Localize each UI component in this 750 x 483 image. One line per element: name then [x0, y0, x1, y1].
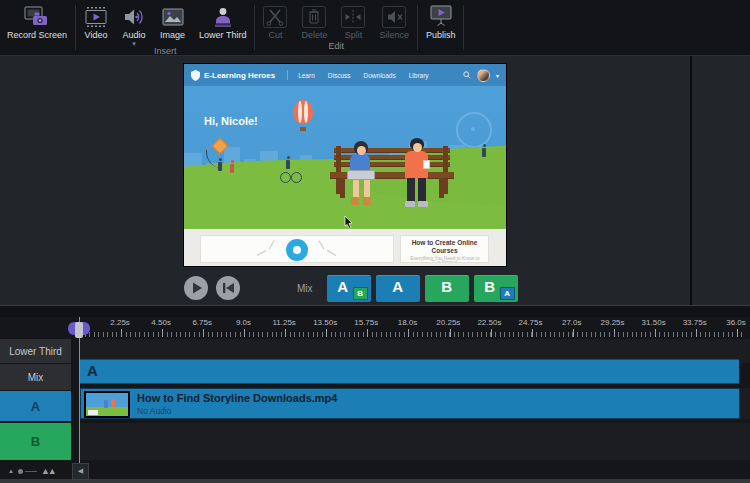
mix-button-a[interactable]: A	[376, 275, 420, 302]
ruler-tick-label: 15.75s	[354, 318, 378, 327]
track-header-a[interactable]: A	[0, 391, 71, 421]
ruler-tick-label: 20.25s	[436, 318, 460, 327]
preview-pane: E-Learning Heroes LearnDiscussDownloadsL…	[0, 56, 750, 305]
site-nav-item-learn[interactable]: Learn	[298, 72, 315, 79]
toolbar-button-label: Silence	[379, 30, 409, 40]
mix-segment-label: A	[87, 362, 98, 379]
clip-thumbnail	[84, 391, 130, 418]
timeline-top-strip	[0, 306, 750, 317]
ruler-major-tick	[367, 329, 368, 337]
lower-third-button[interactable]: Lower Third	[192, 3, 253, 40]
ruler-major-tick	[450, 329, 451, 337]
ruler-tick-label: 4.50s	[151, 318, 171, 327]
audio-button[interactable]: Audio▾	[115, 3, 153, 46]
site-cards-section: How to Create Online Courses Everything …	[184, 229, 506, 266]
mix-button-ab[interactable]: AB	[327, 275, 371, 302]
zoom-in-icon[interactable]: ▲▲	[41, 466, 55, 476]
logo-card[interactable]	[200, 235, 394, 263]
toolbar-button-label: Lower Third	[199, 30, 246, 40]
toolbar-group-label	[0, 41, 74, 55]
image-button[interactable]: Image	[153, 3, 192, 40]
site-brand: E-Learning Heroes	[204, 71, 275, 80]
mix-main-letter: B	[425, 278, 469, 295]
video-preview[interactable]: E-Learning Heroes LearnDiscussDownloadsL…	[183, 63, 507, 267]
promo-card[interactable]: How to Create Online Courses Everything …	[400, 235, 489, 263]
toolbar-button-label: Publish	[426, 30, 456, 40]
ruler-major-tick	[326, 329, 327, 337]
zoom-slider-handle[interactable]	[18, 469, 23, 474]
mix-button-ba[interactable]: BA	[474, 275, 518, 302]
play-button[interactable]	[183, 275, 209, 301]
site-nav-item-downloads[interactable]: Downloads	[364, 72, 396, 79]
restart-button[interactable]	[215, 275, 241, 301]
site-nav-item-discuss[interactable]: Discuss	[328, 72, 351, 79]
replay-app-window: Record ScreenVideoAudio▾ImageLower Third…	[0, 0, 750, 483]
track-label: Mix	[28, 372, 44, 383]
delete-icon	[302, 5, 326, 29]
chevron-down-icon[interactable]: ▾	[496, 72, 499, 79]
zoom-out-icon[interactable]: ▲	[8, 468, 14, 474]
toolbar-separator	[75, 5, 76, 50]
horizontal-scrollbar[interactable]	[0, 479, 750, 483]
scroll-left-button[interactable]: ◀	[72, 463, 89, 480]
ruler-major-tick	[408, 329, 409, 337]
ring-logo	[286, 239, 308, 261]
split-button: Split	[334, 3, 372, 40]
promo-card-title: How to Create Online Courses	[401, 236, 488, 255]
timeline-zoom-control[interactable]: ▲ ▲▲	[8, 466, 55, 476]
hero-illustration: Hi, Nicole!	[184, 86, 506, 229]
ruler-tick-label: 11.25s	[272, 318, 295, 327]
lower-third-icon	[211, 5, 235, 29]
track-label: A	[31, 399, 40, 414]
cut-button: Cut	[256, 3, 294, 40]
site-nav: E-Learning Heroes LearnDiscussDownloadsL…	[184, 64, 506, 86]
track-header-mix[interactable]: Mix	[0, 364, 71, 390]
site-nav-item-library[interactable]: Library	[409, 72, 429, 79]
track-header-b[interactable]: B	[0, 423, 71, 460]
avatar[interactable]	[477, 69, 490, 82]
mix-track-segment[interactable]: A	[80, 359, 739, 384]
ruler-tick-label: 24.75s	[518, 318, 542, 327]
timeline-ruler[interactable]: 2.25s4.50s6.75s9.0s11.25s13.50s15.75s18.…	[0, 317, 750, 339]
site-nav-items: LearnDiscussDownloadsLibrary	[298, 72, 428, 79]
pane-divider[interactable]	[690, 56, 692, 305]
mix-badge-letter: A	[500, 287, 515, 300]
search-icon[interactable]	[463, 71, 471, 79]
track-lane-b[interactable]	[80, 423, 750, 460]
ruler-tick-label: 13.50s	[313, 318, 337, 327]
ruler-tick-label: 31.50s	[642, 318, 666, 327]
toolbar-group-publish: Publish	[419, 0, 463, 55]
ruler-major-tick	[614, 329, 615, 337]
clip-title: How to Find Storyline Downloads.mp4	[137, 392, 337, 404]
ruler-tick-label: 2.25s	[110, 318, 130, 327]
ruler-major-tick	[573, 329, 574, 337]
toolbar-group-label	[419, 41, 463, 55]
toolbar-group-insert: VideoAudio▾ImageLower ThirdInsert	[77, 0, 253, 55]
track-label: Lower Third	[9, 346, 62, 357]
toolbar-button-label: Delete	[301, 30, 327, 40]
ruler-tick-label: 27.0s	[562, 318, 582, 327]
toolbar-group-label: Edit	[256, 41, 416, 55]
toolbar-button-label: Record Screen	[7, 30, 67, 40]
ruler-major-tick	[696, 329, 697, 337]
ruler-major-tick	[285, 329, 286, 337]
playhead-line	[79, 317, 80, 479]
mix-button-b[interactable]: B	[425, 275, 469, 302]
silence-button: Silence	[372, 3, 416, 40]
ruler-major-tick	[244, 329, 245, 337]
clip-storyline-downloads[interactable]: How to Find Storyline Downloads.mp4 No A…	[80, 388, 740, 419]
record-screen-button[interactable]: Record Screen	[0, 3, 74, 40]
toolbar-separator	[417, 5, 418, 50]
video-button[interactable]: Video	[77, 3, 115, 40]
mix-badge-letter: B	[353, 287, 368, 300]
playhead-handle[interactable]	[68, 322, 90, 335]
ruler-minor-ticks	[80, 332, 745, 337]
ruler-major-tick	[532, 329, 533, 337]
toolbar-separator	[463, 5, 464, 50]
track-header-lower-third[interactable]: Lower Third	[0, 339, 71, 363]
ruler-tick-label: 9.0s	[236, 318, 251, 327]
mix-buttons: ABABBA	[327, 275, 518, 302]
publish-button[interactable]: Publish	[419, 3, 463, 40]
toolbar: Record ScreenVideoAudio▾ImageLower Third…	[0, 0, 750, 56]
cut-icon	[263, 5, 287, 29]
